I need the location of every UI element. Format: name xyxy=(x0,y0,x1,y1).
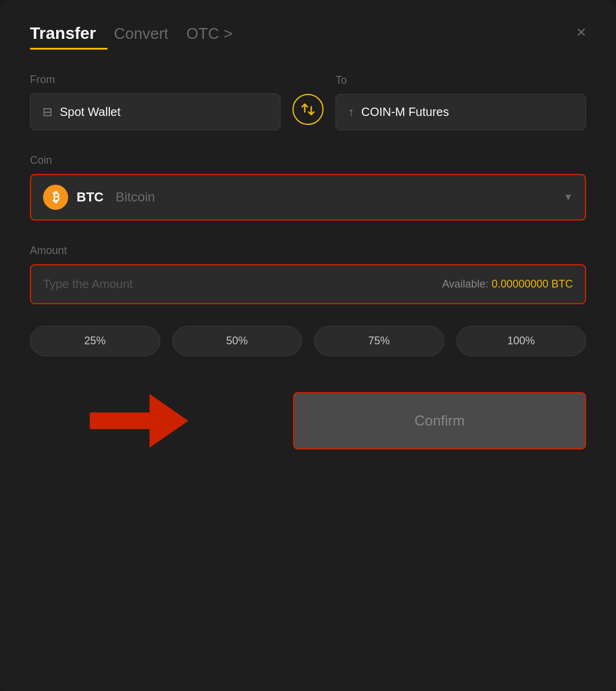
tab-otc[interactable]: OTC > xyxy=(187,25,233,43)
btc-icon: ₿ xyxy=(43,185,68,210)
percentage-buttons: 25% 50% 75% 100% xyxy=(30,326,586,356)
red-arrow xyxy=(90,394,188,448)
confirm-button[interactable]: Confirm xyxy=(293,392,586,450)
from-block: From ⊟ Spot Wallet xyxy=(30,74,280,130)
amount-input-container[interactable]: Type the Amount Available: 0.00000000 BT… xyxy=(30,264,586,304)
chevron-down-icon: ▼ xyxy=(563,192,573,203)
available-amount: 0.00000000 BTC xyxy=(492,278,573,290)
coin-full-name: Bitcoin xyxy=(115,189,155,205)
from-label: From xyxy=(30,74,280,86)
futures-icon: ↑ xyxy=(348,105,354,119)
from-wallet-selector[interactable]: ⊟ Spot Wallet xyxy=(30,93,280,130)
pct-50-button[interactable]: 50% xyxy=(172,326,303,356)
arrow-head xyxy=(150,394,188,448)
to-wallet-selector[interactable]: ↑ COIN-M Futures xyxy=(336,94,586,130)
arrow-shaft xyxy=(90,412,150,429)
amount-placeholder: Type the Amount xyxy=(43,277,133,291)
amount-section: Amount Type the Amount Available: 0.0000… xyxy=(30,244,586,304)
to-block: To ↑ COIN-M Futures xyxy=(336,74,586,130)
available-label: Available: xyxy=(442,278,489,290)
swap-btn-container xyxy=(280,94,336,125)
pct-25-button[interactable]: 25% xyxy=(30,326,160,356)
to-wallet-name: COIN-M Futures xyxy=(361,105,449,119)
from-wallet-name: Spot Wallet xyxy=(60,105,121,119)
available-text: Available: 0.00000000 BTC xyxy=(442,278,573,291)
bottom-section: Confirm xyxy=(30,392,586,450)
coin-label: Coin xyxy=(30,154,586,167)
tab-underline xyxy=(30,48,108,50)
from-to-section: From ⊟ Spot Wallet To ↑ COIN-M Futures xyxy=(30,74,586,130)
arrow-container xyxy=(90,394,188,448)
coin-selector[interactable]: ₿ BTC Bitcoin ▼ xyxy=(30,174,586,221)
modal-header: Transfer Convert OTC > xyxy=(30,24,586,43)
to-label: To xyxy=(336,74,586,87)
pct-75-button[interactable]: 75% xyxy=(314,326,444,356)
pct-100-button[interactable]: 100% xyxy=(456,326,587,356)
close-button[interactable]: × xyxy=(577,24,586,41)
tab-convert[interactable]: Convert xyxy=(114,25,169,43)
tab-transfer[interactable]: Transfer xyxy=(30,24,96,43)
transfer-modal: Transfer Convert OTC > × From ⊟ Spot Wal… xyxy=(0,0,616,691)
coin-symbol: BTC xyxy=(77,189,103,205)
wallet-icon: ⊟ xyxy=(42,105,53,119)
swap-button[interactable] xyxy=(292,94,324,125)
coin-section: Coin ₿ BTC Bitcoin ▼ xyxy=(30,154,586,221)
amount-label: Amount xyxy=(30,244,586,257)
